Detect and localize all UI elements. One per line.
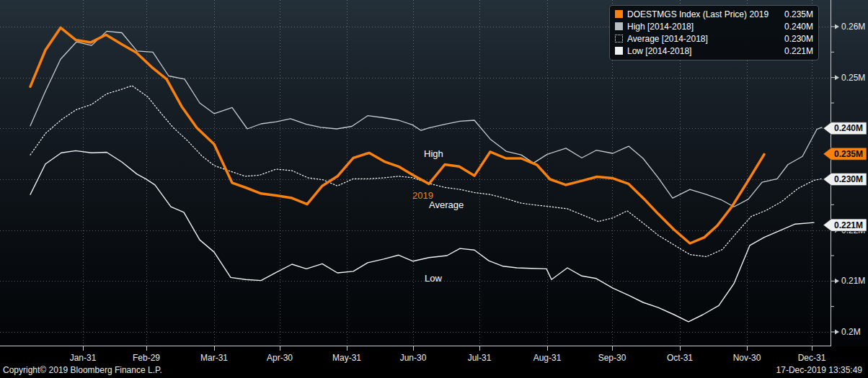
legend-item-high[interactable]: High [2014-2018] 0.240M (615, 20, 813, 32)
legend-value: 0.240M (784, 22, 813, 32)
price-badge-label: 0.235M (834, 149, 863, 159)
series-line-low (30, 150, 814, 322)
legend-label: Low [2014-2018] (627, 46, 780, 56)
legend-swatch-low (615, 47, 623, 55)
copyright-text: Copyright© 2019 Bloomberg Finance L.P. (3, 365, 162, 375)
legend-label: DOESTMGS Index (Last Price) 2019 (627, 9, 780, 19)
price-badge-label: 0.230M (834, 174, 863, 184)
y-tick-arrow-icon (835, 279, 839, 284)
x-axis-tick-label: Jan-31 (70, 353, 97, 363)
legend-swatch-2019 (615, 10, 623, 18)
legend-value: 0.235M (784, 9, 813, 19)
legend-swatch-average (615, 35, 623, 42)
x-axis-tick-label: Oct-31 (667, 353, 693, 363)
legend-swatch-high (615, 22, 623, 30)
series-line-average (30, 86, 822, 256)
x-axis-tick-label: May-31 (332, 353, 361, 363)
legend-value: 0.230M (784, 34, 813, 44)
series-label-low: Low (425, 273, 442, 284)
y-tick-arrow-icon (835, 330, 839, 335)
legend-value: 0.221M (784, 46, 813, 56)
price-badge-label: 0.240M (834, 123, 863, 133)
legend-item-low[interactable]: Low [2014-2018] 0.221M (615, 45, 813, 57)
x-axis-tick-label: Apr-30 (267, 353, 293, 363)
x-axis-tick-label: Jun-30 (400, 353, 427, 363)
y-axis-tick-label: 0.21M (841, 276, 865, 286)
x-axis-tick-label: Aug-31 (533, 353, 562, 363)
timestamp-text: 17-Dec-2019 13:35:49 (776, 365, 862, 375)
x-axis-tick-label: Dec-31 (798, 353, 826, 363)
bloomberg-chart-window: 0.26M0.25M0.24M0.23M0.22M0.21M0.2M Jan-3… (0, 0, 868, 378)
series-label-average: Average (429, 199, 464, 210)
y-axis-tick-label: 0.26M (841, 22, 865, 32)
x-axis: Jan-31Feb-29Mar-31Apr-30May-31Jun-30Jul-… (70, 346, 826, 363)
x-axis-tick-label: Jul-31 (468, 353, 492, 363)
legend-label: Average [2014-2018] (627, 34, 780, 44)
y-tick-arrow-icon (835, 75, 839, 80)
price-badge-label: 0.221M (834, 220, 863, 230)
x-axis-tick-label: Mar-31 (200, 353, 228, 363)
legend-label: High [2014-2018] (627, 22, 780, 32)
y-axis-tick-label: 0.25M (841, 73, 865, 83)
price-badges: 0.240M0.235M0.230M0.221M (823, 122, 867, 231)
y-tick-arrow-icon (835, 24, 839, 29)
legend-box: DOESTMGS Index (Last Price) 2019 0.235M … (609, 5, 819, 60)
x-axis-tick-label: Nov-30 (733, 353, 761, 363)
x-axis-tick-label: Feb-29 (133, 353, 160, 363)
legend-item-2019[interactable]: DOESTMGS Index (Last Price) 2019 0.235M (615, 8, 813, 20)
legend-item-average[interactable]: Average [2014-2018] 0.230M (615, 32, 813, 45)
x-axis-tick-label: Sep-30 (598, 353, 626, 363)
y-axis-tick-label: 0.2M (841, 327, 861, 337)
series-label-high: High (424, 148, 443, 159)
